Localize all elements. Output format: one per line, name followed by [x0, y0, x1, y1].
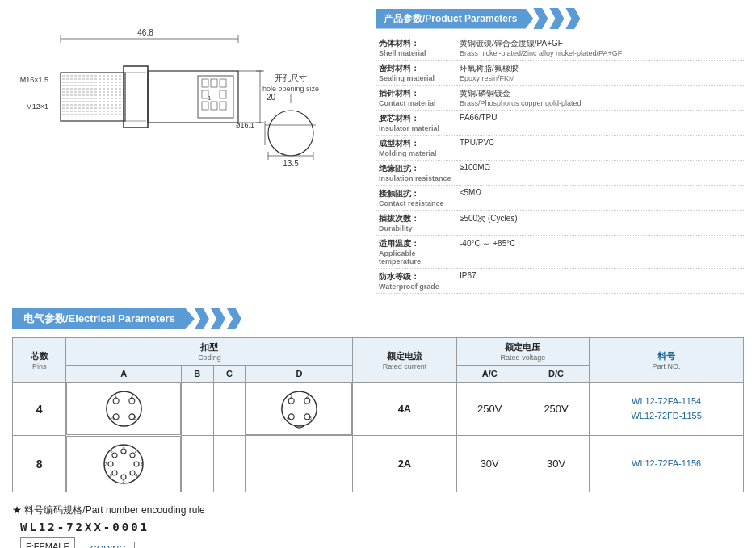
pins-4: 4 [13, 383, 66, 436]
svg-text:M16×1.5: M16×1.5 [20, 76, 48, 84]
th-voltage-dc: D/C [523, 366, 589, 383]
arrow-3 [565, 8, 580, 29]
elec-row-8pin: 8 1 2 3 4 5 6 7 8 2A 30V 30V WL12-72FA-1… [13, 436, 744, 492]
param-value: ≥500次 (Cycles) [456, 211, 744, 236]
param-label: 密封材料： Sealing material [376, 61, 456, 86]
svg-text:2: 2 [135, 449, 137, 454]
svg-text:6: 6 [110, 473, 112, 478]
svg-text:1: 1 [208, 94, 212, 102]
th-coding: 扣型 Coding [66, 338, 353, 366]
svg-point-60 [282, 391, 317, 426]
svg-text:hole opening size: hole opening size [262, 85, 319, 93]
param-label: 壳体材料： Shell material [376, 36, 456, 61]
svg-rect-29 [211, 102, 217, 110]
params-row: 成型材料： Molding material TPU/PVC [376, 136, 744, 161]
pins-8: 8 [13, 436, 66, 492]
param-value: TPU/PVC [456, 136, 744, 161]
param-value: IP67 [456, 269, 744, 294]
voltage-ac-4: 250V [456, 383, 523, 436]
svg-point-74 [134, 462, 139, 466]
param-label: 防水等级： Waterproof grade [376, 269, 456, 294]
svg-point-70 [121, 449, 126, 454]
th-coding-c: C [213, 366, 246, 383]
current-8: 2A [353, 436, 456, 492]
svg-text:3: 3 [309, 416, 312, 420]
coding-b-4 [181, 383, 213, 436]
svg-rect-28 [202, 102, 208, 110]
svg-text:5: 5 [123, 479, 125, 483]
params-row: 密封材料： Sealing material 环氧树脂/氟橡胶 Epoxy re… [376, 61, 744, 86]
svg-point-80 [112, 471, 117, 475]
female-label: F:FEMALE [26, 539, 69, 548]
th-coding-a: A [66, 366, 181, 383]
coding-a-8: 1 2 3 4 5 6 7 8 [66, 436, 180, 492]
svg-text:3: 3 [141, 462, 143, 466]
arrow-1 [533, 8, 548, 29]
th-rated-current: 额定电流 Rated current [353, 338, 456, 383]
electrical-section: 电气参数/Electrical Parameters 芯数 Pins 扣型 Co… [12, 308, 744, 492]
voltage-dc-4: 250V [523, 383, 589, 436]
svg-text:4: 4 [136, 473, 138, 478]
svg-rect-18 [124, 66, 148, 128]
params-row: 适用温度： Applicable temperature -40°C ～ +85… [376, 236, 744, 269]
elec-row-4pin: 4 1 2 4 3 1 2 4 3 4A 250V 250V WL12-72FA… [13, 383, 744, 436]
params-table: 壳体材料： Shell material 黄铜镀镍/锌合金度镍/PA+GF Br… [376, 36, 744, 294]
param-label: 接触阻抗： Contact resistance [376, 186, 456, 211]
electrical-header: 电气参数/Electrical Parameters [12, 308, 744, 329]
svg-point-43 [268, 111, 313, 156]
svg-point-54 [129, 398, 135, 404]
svg-point-84 [112, 453, 117, 458]
svg-rect-4 [61, 73, 125, 121]
svg-text:M12×1: M12×1 [26, 102, 48, 111]
elec-arrow-3 [227, 308, 242, 329]
coding-box: CODING [82, 542, 135, 548]
part-no-4: WL12-72FA-1154WL12-72FD-1155 [590, 383, 744, 436]
svg-text:7: 7 [105, 462, 107, 466]
svg-text:8: 8 [111, 449, 113, 454]
svg-text:1: 1 [123, 444, 125, 449]
svg-text:1: 1 [290, 394, 292, 399]
svg-text:2: 2 [306, 394, 309, 399]
svg-point-52 [113, 398, 119, 404]
voltage-dc-8: 30V [523, 436, 589, 492]
coding-c-4 [213, 383, 246, 436]
technical-drawing: 46.8 [12, 8, 359, 250]
svg-rect-23 [202, 79, 208, 87]
coding-d-8 [246, 436, 353, 492]
th-coding-d: D [246, 366, 353, 383]
param-value: 环氧树脂/氟橡胶 Epoxy resin/FKM [456, 61, 744, 86]
product-params-title: 产品参数/Product Parameters [376, 9, 533, 29]
svg-rect-24 [211, 79, 217, 87]
param-value: ≥100MΩ [456, 161, 744, 186]
electrical-table: 芯数 Pins 扣型 Coding 额定电流 Rated current 额定电… [12, 337, 744, 492]
svg-text:3: 3 [133, 416, 136, 420]
params-row: 插针材料： Contact material 黄铜/磷铜镀金 Brass/Pho… [376, 86, 744, 111]
encoding-section: ★ 料号编码规格/Part number encouding rule WL12… [12, 504, 744, 548]
th-pins: 芯数 Pins [13, 338, 66, 383]
coding-d-4: 1 2 4 3 [246, 383, 352, 435]
th-rated-voltage: 额定电压 Rated voltage [456, 338, 590, 366]
param-label: 绝缘阻抗： Insulation resistance [376, 161, 456, 186]
params-row: 防水等级： Waterproof grade IP67 [376, 269, 744, 294]
svg-point-63 [304, 398, 310, 404]
params-row: 插拔次数： Durability ≥500次 (Cycles) [376, 211, 744, 236]
svg-rect-30 [220, 102, 226, 110]
coding-b-8 [181, 436, 213, 492]
svg-text:开孔尺寸: 开孔尺寸 [275, 73, 307, 82]
voltage-ac-8: 30V [456, 436, 523, 492]
elec-arrow-1 [195, 308, 209, 329]
th-coding-b: B [181, 366, 213, 383]
svg-rect-22 [198, 76, 233, 118]
svg-text:13.5: 13.5 [283, 159, 299, 168]
svg-point-61 [288, 398, 294, 404]
svg-text:20: 20 [267, 93, 276, 102]
coding-a-4: 1 2 4 3 [66, 383, 180, 435]
electrical-title: 电气参数/Electrical Parameters [12, 308, 195, 329]
svg-rect-21 [148, 71, 238, 123]
param-value: ≤5MΩ [456, 186, 744, 211]
svg-point-51 [107, 391, 141, 426]
svg-point-82 [108, 462, 113, 466]
th-part-no: 料号 Part NO. [590, 338, 744, 383]
th-voltage-ac: A/C [456, 366, 523, 383]
svg-rect-27 [220, 90, 226, 98]
